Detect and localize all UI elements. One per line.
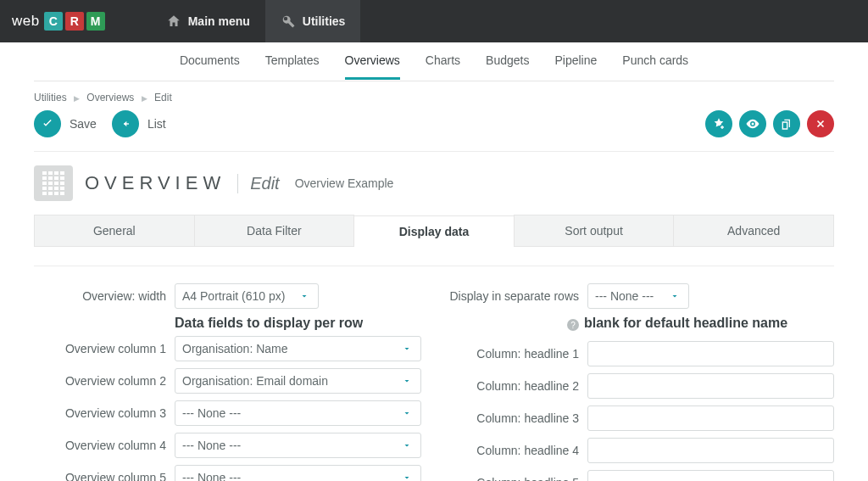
chevron-down-icon [402,473,412,481]
col2-label: Overview column 2 [34,374,166,388]
head5-input[interactable] [587,470,834,481]
separate-rows-value: --- None --- [595,289,654,303]
page-title: OVERVIEW [85,172,225,194]
head4-input[interactable] [587,438,834,463]
nav-templates[interactable]: Templates [265,43,320,80]
col3-value: --- None --- [182,406,241,420]
col1-label: Overview column 1 [34,342,166,355]
close-icon [815,118,826,130]
wrench-icon [281,14,296,29]
chevron-down-icon [670,291,680,301]
breadcrumb: Utilities ▶ Overviews ▶ Edit [34,88,834,110]
chevron-down-icon [299,291,309,301]
chevron-down-icon [402,408,412,418]
main-menu-button[interactable]: Main menu [151,0,265,42]
eye-icon [745,116,760,131]
tab-display-data[interactable]: Display data [353,215,515,247]
separate-rows-select[interactable]: --- None --- [587,283,689,309]
nav-overviews[interactable]: Overviews [345,43,400,80]
overview-type-icon [34,165,73,201]
head1-input[interactable] [587,341,834,366]
col5-label: Overview column 5 [34,471,166,481]
chevron-down-icon [402,344,412,354]
col3-select[interactable]: --- None --- [175,400,421,426]
breadcrumb-edit: Edit [154,92,172,103]
head3-input[interactable] [587,405,834,431]
page-subtitle: Edit [237,174,279,193]
save-button[interactable] [34,110,61,137]
right-column: Display in separate rows --- None --- ? … [447,283,834,481]
head1-label: Column: headline 1 [447,347,579,361]
nav-punch-cards[interactable]: Punch cards [622,43,688,80]
left-column: Overview: width A4 Portrait (610 px) Dat… [34,283,421,481]
main-menu-label: Main menu [188,14,250,28]
separate-rows-label: Display in separate rows [447,289,579,303]
left-section-heading: Data fields to display per row [175,316,421,331]
tab-general[interactable]: General [34,215,195,246]
copy-icon [780,117,793,131]
list-button[interactable] [112,110,139,137]
right-section-heading: blank for default headline name [584,316,787,331]
nav-budgets[interactable]: Budgets [486,43,529,80]
top-bar: web CRM Main menu Utilities [0,0,868,42]
col1-value: Organisation: Name [182,342,288,355]
check-icon [41,117,54,131]
favorite-button[interactable] [705,110,732,137]
col4-select[interactable]: --- None --- [175,433,421,458]
svg-point-1 [752,123,754,126]
page-header: OVERVIEW Edit Overview Example [34,151,834,201]
tab-advanced[interactable]: Advanced [673,215,834,246]
copy-button[interactable] [773,110,800,137]
col2-value: Organisation: Email domain [182,374,328,388]
head4-label: Column: headline 4 [447,444,579,457]
utilities-button[interactable]: Utilities [265,0,361,42]
star-plus-icon [712,117,726,131]
col4-value: --- None --- [182,439,241,452]
page-desc: Overview Example [295,176,394,190]
nav-pipeline[interactable]: Pipeline [554,43,597,80]
toolbar: Save List [34,110,834,137]
col2-select[interactable]: Organisation: Email domain [175,368,421,394]
breadcrumb-utilities[interactable]: Utilities [34,92,67,103]
form-area: Overview: width A4 Portrait (610 px) Dat… [34,266,834,481]
overview-width-select[interactable]: A4 Portrait (610 px) [175,283,319,309]
breadcrumb-overviews[interactable]: Overviews [86,92,134,103]
preview-button[interactable] [739,110,766,137]
col1-select[interactable]: Organisation: Name [175,336,421,361]
nav-documents[interactable]: Documents [180,43,240,80]
logo[interactable]: web CRM [0,12,117,31]
tab-data-filter[interactable]: Data Filter [194,215,355,246]
save-label: Save [70,117,97,131]
tabs: General Data Filter Display data Sort ou… [34,215,834,247]
nav-charts[interactable]: Charts [426,43,460,80]
list-label: List [147,117,166,131]
col5-value: --- None --- [182,471,241,481]
col3-label: Overview column 3 [34,406,166,420]
utilities-label: Utilities [303,14,346,28]
head2-input[interactable] [587,373,834,399]
chevron-down-icon [402,440,412,450]
head3-label: Column: headline 3 [447,411,579,425]
col4-label: Overview column 4 [34,439,166,452]
overview-width-value: A4 Portrait (610 px) [182,289,285,303]
col5-select[interactable]: --- None --- [175,465,421,481]
overview-width-label: Overview: width [34,289,166,303]
sub-nav: Documents Templates Overviews Charts Bud… [34,42,834,81]
chevron-down-icon [402,376,412,386]
tab-sort-output[interactable]: Sort output [514,215,675,246]
head2-label: Column: headline 2 [447,379,579,393]
arrow-left-icon [119,117,132,131]
help-icon[interactable]: ? [567,319,579,331]
head5-label: Column: headline 5 [447,476,579,481]
home-icon [166,14,181,29]
delete-button[interactable] [807,110,834,137]
